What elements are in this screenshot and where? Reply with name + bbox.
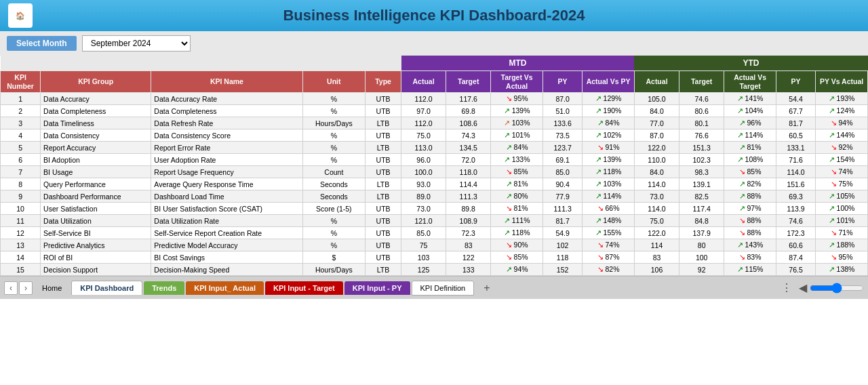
cell-mtd-tva: ↗ 84%: [491, 142, 543, 154]
cell-ytd-target: 76.6: [679, 129, 724, 142]
cell-ytd-py: 54.4: [776, 93, 815, 105]
cell-kpi-num: 10: [1, 203, 41, 215]
table-row: 13 Predictive Analytics Predictive Model…: [1, 239, 868, 251]
cell-type: UTB: [366, 203, 401, 215]
cell-mtd-target: 108.6: [446, 117, 491, 129]
add-sheet-button[interactable]: +: [475, 279, 498, 297]
col-kpi-name: KPI Name: [151, 71, 302, 93]
cell-unit: Hours/Days: [302, 264, 366, 276]
cell-mtd-apy: ↘ 66%: [583, 203, 635, 215]
table-row: 15 Decision Support Decision-Making Spee…: [1, 264, 868, 276]
cell-mtd-apy: ↗ 148%: [583, 215, 635, 227]
cell-kpi-name: Data Completeness: [151, 105, 302, 117]
cell-mtd-py: 90.4: [543, 178, 583, 190]
cell-mtd-tva: ↗ 118%: [491, 227, 543, 239]
cell-mtd-tva: ↗ 101%: [491, 129, 543, 142]
cell-kpi-name: Data Consistency Score: [151, 129, 302, 142]
tab-bar-right: ⋮ ◀: [781, 281, 864, 294]
cell-kpi-num: 12: [1, 227, 41, 239]
cell-ytd-actual: 73.0: [634, 190, 679, 203]
cell-mtd-actual: 113.0: [401, 142, 446, 154]
table-row: 8 Query Performance Average Query Respon…: [1, 178, 868, 190]
tab-kpi-input-py[interactable]: KPI Input - PY: [344, 281, 410, 295]
cell-type: UTB: [366, 227, 401, 239]
cell-mtd-apy: ↗ 118%: [583, 166, 635, 178]
cell-kpi-group: Data Timeliness: [41, 117, 151, 129]
cell-mtd-target: 122: [446, 251, 491, 264]
cell-ytd-target: 102.3: [679, 154, 724, 166]
cell-mtd-tva: ↗ 111%: [491, 215, 543, 227]
cell-unit: %: [302, 239, 366, 251]
table-row: 6 BI Adoption User Adoption Rate % UTB 9…: [1, 154, 868, 166]
cell-mtd-apy: ↗ 114%: [583, 190, 635, 203]
col-ytd-target: Target: [679, 71, 724, 93]
month-select[interactable]: September 2024: [82, 35, 191, 52]
cell-mtd-tva: ↗ 80%: [491, 190, 543, 203]
cell-ytd-py: 133.1: [776, 142, 815, 154]
tab-kpi-input-actual[interactable]: KPI Input_ Actual: [186, 281, 264, 295]
cell-ytd-target: 80.6: [679, 105, 724, 117]
cell-mtd-actual: 100.0: [401, 166, 446, 178]
cell-ytd-atgt: ↗ 82%: [724, 178, 776, 190]
cell-mtd-target: 74.3: [446, 129, 491, 142]
cell-ytd-pvsa: ↗ 154%: [816, 154, 868, 166]
zoom-slider[interactable]: [810, 283, 864, 293]
cell-ytd-py: 81.7: [776, 117, 815, 129]
cell-ytd-actual: 75.0: [634, 215, 679, 227]
cell-ytd-target: 98.3: [679, 166, 724, 178]
cell-mtd-target: 83: [446, 239, 491, 251]
tab-home[interactable]: Home: [34, 281, 70, 295]
prev-sheet-button[interactable]: ‹: [4, 281, 18, 295]
cell-kpi-group: Decision Support: [41, 264, 151, 276]
more-options-icon[interactable]: ⋮: [781, 281, 792, 294]
cell-mtd-actual: 112.0: [401, 93, 446, 105]
cell-ytd-py: 60.5: [776, 129, 815, 142]
cell-mtd-target: 111.3: [446, 190, 491, 203]
cell-ytd-py: 60.6: [776, 239, 815, 251]
cell-kpi-group: Data Accuracy: [41, 93, 151, 105]
cell-ytd-py: 114.0: [776, 166, 815, 178]
cell-kpi-group: BI Usage: [41, 166, 151, 178]
cell-mtd-py: 85.0: [543, 166, 583, 178]
cell-ytd-pvsa: ↗ 188%: [816, 239, 868, 251]
cell-ytd-actual: 114.0: [634, 203, 679, 215]
cell-mtd-tva: ↘ 95%: [491, 93, 543, 105]
table-row: 1 Data Accuracy Data Accuracy Rate % UTB…: [1, 93, 868, 105]
cell-mtd-apy: ↘ 74%: [583, 239, 635, 251]
cell-ytd-actual: 106: [634, 264, 679, 276]
cell-ytd-pvsa: ↘ 92%: [816, 142, 868, 154]
cell-ytd-actual: 122.0: [634, 142, 679, 154]
scroll-left-icon[interactable]: ◀: [799, 281, 807, 294]
cell-type: LTB: [366, 264, 401, 276]
cell-mtd-actual: 93.0: [401, 178, 446, 190]
cell-mtd-target: 133: [446, 264, 491, 276]
cell-mtd-tva: ↗ 94%: [491, 264, 543, 276]
cell-ytd-pvsa: ↗ 193%: [816, 93, 868, 105]
cell-ytd-py: 74.6: [776, 215, 815, 227]
cell-ytd-actual: 110.0: [634, 154, 679, 166]
cell-unit: %: [302, 105, 366, 117]
cell-ytd-py: 69.3: [776, 190, 815, 203]
cell-ytd-actual: 87.0: [634, 129, 679, 142]
cell-mtd-py: 73.5: [543, 129, 583, 142]
cell-kpi-group: Predictive Analytics: [41, 239, 151, 251]
cell-mtd-apy: ↗ 129%: [583, 93, 635, 105]
cell-mtd-py: 54.9: [543, 227, 583, 239]
table-row: 11 Data Utilization Data Utilization Rat…: [1, 215, 868, 227]
col-mtd-apy: Actual Vs PY: [583, 71, 635, 93]
cell-mtd-actual: 112.0: [401, 117, 446, 129]
cell-kpi-name: Average Query Response Time: [151, 178, 302, 190]
cell-unit: Hours/Days: [302, 117, 366, 129]
cell-ytd-pvsa: ↗ 124%: [816, 105, 868, 117]
cell-ytd-py: 87.4: [776, 251, 815, 264]
cell-unit: Seconds: [302, 178, 366, 190]
tab-trends[interactable]: Trends: [144, 281, 184, 295]
tab-kpi-definition[interactable]: KPI Definition: [412, 281, 475, 296]
tab-kpi-dashboard[interactable]: KPI Dashboard: [71, 281, 142, 295]
tab-kpi-input-target[interactable]: KPI Input - Target: [265, 281, 343, 295]
cell-kpi-num: 11: [1, 215, 41, 227]
cell-kpi-name: Report Usage Frequency: [151, 166, 302, 178]
next-sheet-button[interactable]: ›: [19, 281, 33, 295]
cell-mtd-actual: 89.0: [401, 190, 446, 203]
cell-ytd-atgt: ↗ 81%: [724, 142, 776, 154]
